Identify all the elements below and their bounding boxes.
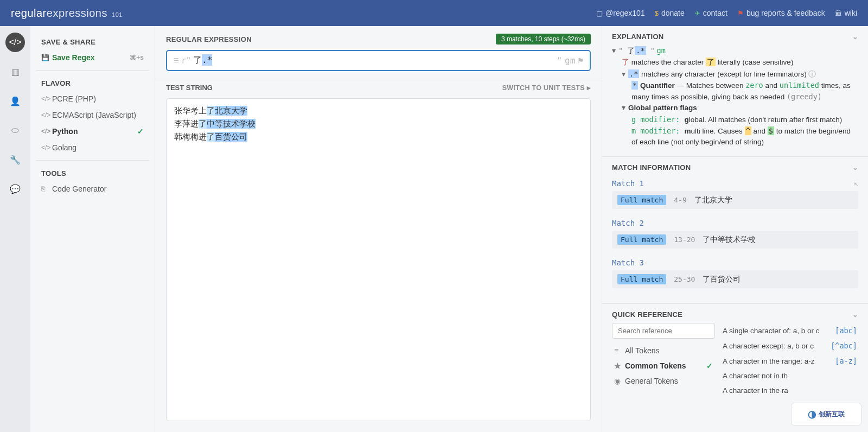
match-row: Full match13-20了中等技术学校 [612,231,858,249]
bug-icon: ⚑ [737,9,744,17]
match-label: Full match [617,195,666,205]
match-text: 了百货公司 [703,275,741,284]
test-string-input[interactable]: 张华考上了北京大学李萍进了中等技术学校韩梅梅进了百货公司 [166,98,591,421]
flavor-item[interactable]: </>PCRE (PHP) [36,91,149,107]
match-range: 4-9 [674,196,686,204]
code-icon: </> [41,111,52,119]
top-header: regularexpressions 101 ▢@regex101 $donat… [0,0,868,26]
quickref-item[interactable]: A character except: a, b or c[^abc] [722,338,858,353]
regex-delim-left: ☰r" [174,56,191,66]
send-icon: ✈ [694,9,700,17]
header-links: ▢@regex101 $donate ✈contact ⚑bug reports… [596,9,857,17]
code-icon: </> [41,144,52,151]
nav-incognito-icon[interactable]: ⬭ [5,120,25,140]
quickref-search-input[interactable] [612,323,715,339]
chevron-down-icon[interactable]: ⌄ [852,310,858,319]
match-range: 13-20 [674,236,695,244]
quickref-symbol: [^abc] [831,341,857,350]
quickref-symbol: [abc] [835,326,857,335]
chevron-down-icon[interactable]: ⌄ [852,33,858,41]
quickref-item[interactable]: A single character of: a, b or c[abc] [722,323,858,338]
tool-item[interactable]: ⎘Code Generator [36,181,149,197]
quickref-body: ≡All Tokens★Common Tokens✓◉General Token… [602,323,868,403]
save-regex-button[interactable]: 💾 Save Regex ⌘+s [36,49,149,66]
match-text: 了北京大学 [694,195,732,205]
dollar-icon: $ [655,9,659,17]
regex-flags[interactable]: " gm ⚑ [557,55,583,66]
section-flavor-title: FLAVOR [36,75,149,91]
match-label: Full match [617,274,666,284]
nav-chat-icon[interactable]: 💬 [5,179,25,199]
regex-input[interactable]: ☰r" 了.* " gm ⚑ [166,50,591,71]
flavor-item[interactable]: </>ECMAScript (JavaScript) [36,107,149,123]
match-label: Full match [617,234,666,245]
quickref-item[interactable]: A character in the ra [722,383,858,398]
match-title: Match 2 [612,215,858,231]
section-tools-title: TOOLS [36,165,149,181]
flavor-item[interactable]: </>Golang [36,139,149,156]
category-icon: ≡ [614,346,625,355]
nav-settings-icon[interactable]: 🔧 [5,150,25,169]
match-info-title: MATCH INFORMATION ⌄ [602,156,868,176]
match-block: Match 2Full match13-20了中等技术学校 [612,215,858,249]
quickref-item[interactable]: A character not in th [722,369,858,383]
quickref-category[interactable]: ◉General Tokens [612,373,715,389]
link-bugs[interactable]: ⚑bug reports & feedback [737,9,825,17]
nav-user-icon[interactable]: 👤 [5,91,25,111]
section-save-title: SAVE & SHARE [36,34,149,49]
nav-library-icon[interactable]: ▥ [5,62,25,81]
wiki-icon: 🏛 [835,9,842,17]
watermark-logo: ◑创新互联 [791,403,861,425]
code-icon: ⎘ [41,185,52,193]
switch-unit-tests[interactable]: SWITCH TO UNIT TESTS ▸ [502,84,591,92]
right-panel: EXPLANATION ⌄ ▾" 了.* " gm 了 matches the … [602,26,868,432]
check-icon: ✓ [137,127,144,136]
match-block: Match 3Full match25-30了百货公司 [612,255,858,288]
regex-pattern: 了.* [191,55,214,66]
test-line: 李萍进了中等技术学校 [174,117,583,130]
quickref-category[interactable]: ★Common Tokens✓ [612,358,715,373]
save-icon: 💾 [41,54,52,61]
save-shortcut: ⌘+s [130,54,144,61]
flag-icon: ⚑ [578,55,583,66]
test-title: TEST STRING [166,84,213,92]
export-icon[interactable]: ⇱ [854,179,858,188]
chevron-down-icon[interactable]: ⌄ [852,163,858,171]
match-text: 了中等技术学校 [703,235,756,245]
logo-sub: 101 [112,11,123,18]
test-line: 韩梅梅进了百货公司 [174,130,583,143]
match-row: Full match4-9了北京大学 [612,191,858,209]
sidebar: SAVE & SHARE 💾 Save Regex ⌘+s FLAVOR </>… [30,26,155,432]
logo[interactable]: regularexpressions 101 [11,7,123,20]
icon-sidebar: </> ▥ 👤 ⬭ 🔧 💬 [0,26,30,432]
test-line: 张华考上了北京大学 [174,104,583,117]
logo-thin: expressions [47,7,107,19]
quickref-item[interactable]: A character in the range: a-z[a-z] [722,353,858,369]
main-panel: REGULAR EXPRESSION 3 matches, 10 steps (… [155,26,602,432]
match-row: Full match25-30了百货公司 [612,270,858,288]
link-donate[interactable]: $donate [655,9,685,17]
nav-code-icon[interactable]: </> [5,33,25,52]
match-title: Match 1⇱ [612,176,858,191]
match-block: Match 1⇱Full match4-9了北京大学 [612,176,858,209]
twitter-icon: ▢ [596,9,603,17]
regex-title: REGULAR EXPRESSION [166,35,252,43]
link-wiki[interactable]: 🏛wiki [835,9,857,17]
code-icon: </> [41,95,52,103]
explanation-title: EXPLANATION ⌄ [602,26,868,45]
category-icon: ★ [614,361,625,370]
save-label: Save Regex [52,53,95,62]
explanation-body: ▾" 了.* " gm 了 matches the character 了 li… [602,45,868,156]
match-title: Match 3 [612,255,858,270]
quickref-symbol: [a-z] [835,357,857,365]
category-icon: ◉ [614,377,625,385]
link-twitter[interactable]: ▢@regex101 [596,9,645,17]
quickref-category[interactable]: ≡All Tokens [612,343,715,358]
match-range: 25-30 [674,275,695,283]
check-icon: ✓ [706,361,713,370]
flavor-item[interactable]: </>Python✓ [36,123,149,139]
link-contact[interactable]: ✈contact [694,9,727,17]
match-info-body: Match 1⇱Full match4-9了北京大学Match 2Full ma… [602,176,868,303]
quickref-title: QUICK REFERENCE ⌄ [602,303,868,323]
code-icon: </> [41,128,52,135]
